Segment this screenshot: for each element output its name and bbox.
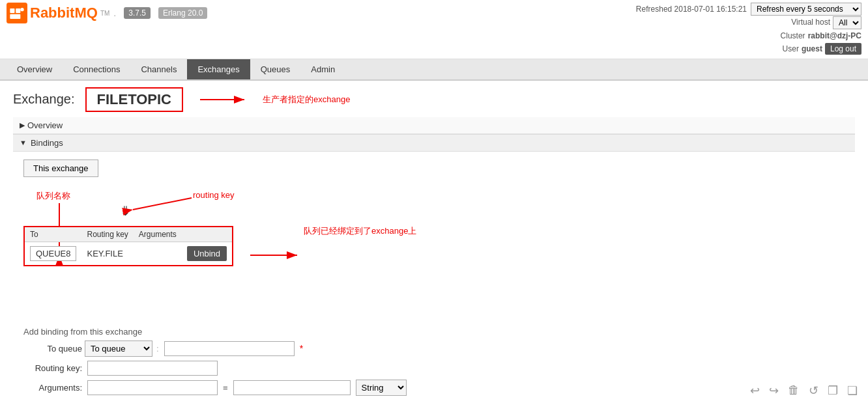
top-bar: RabbitMQTM . 3.7.5 Erlang 20.0 Refreshed… bbox=[0, 0, 868, 59]
to-queue-input[interactable] bbox=[164, 341, 295, 356]
icon-back: ↩ bbox=[750, 383, 760, 398]
add-binding-section: Add binding from this exchange To queue … bbox=[23, 327, 845, 396]
page-content: Exchange: FILETOPIC 生产者指定的exchange ▶ Ove… bbox=[0, 81, 868, 403]
to-queue-select[interactable]: To queue To exchange bbox=[85, 340, 152, 357]
bindings-section-body: This exchange 队列名称 ⇓ routing key bbox=[13, 152, 855, 403]
top-right-info: Refreshed 2018-07-01 16:15:21 Refresh ev… bbox=[636, 3, 861, 56]
overview-section-label: Overview bbox=[27, 120, 63, 130]
svg-point-4 bbox=[20, 8, 23, 11]
user-value: guest bbox=[802, 42, 822, 55]
user-label: User bbox=[783, 42, 799, 55]
to-queue-colon: : bbox=[156, 344, 159, 354]
arguments-row: Arguments: = String Boolean Number List bbox=[23, 380, 845, 396]
bound-annotation-arrow bbox=[23, 236, 480, 288]
version-badge: 3.7.5 bbox=[124, 7, 151, 19]
arguments-value-input[interactable] bbox=[233, 380, 351, 395]
routing-key-form-label: Routing key: bbox=[23, 363, 82, 373]
to-queue-label: To queue bbox=[23, 344, 82, 354]
nav-queues[interactable]: Queues bbox=[250, 59, 301, 79]
bindings-section-header[interactable]: ▼ Bindings bbox=[13, 134, 855, 152]
vhost-label: Virtual host bbox=[791, 16, 830, 29]
bindings-section-label: Bindings bbox=[31, 138, 63, 148]
bindings-collapse-arrow: ▼ bbox=[20, 139, 27, 146]
icon-delete: 🗑 bbox=[788, 383, 800, 398]
cluster-label: Cluster bbox=[781, 29, 805, 42]
add-binding-title: Add binding from this exchange bbox=[23, 327, 845, 337]
svg-rect-2 bbox=[16, 8, 20, 13]
arguments-type-select[interactable]: String Boolean Number List bbox=[356, 380, 407, 396]
this-exchange-button[interactable]: This exchange bbox=[23, 160, 98, 177]
arguments-form-label: Arguments: bbox=[23, 383, 82, 393]
nav-connections[interactable]: Connections bbox=[63, 59, 130, 79]
cluster-value: rabbit@dzj-PC bbox=[808, 29, 861, 42]
icon-copy2: ❏ bbox=[847, 383, 858, 398]
nav-exchanges[interactable]: Exchanges bbox=[187, 59, 250, 79]
equals-sign: = bbox=[223, 383, 228, 393]
logo-area: RabbitMQTM . 3.7.5 Erlang 20.0 bbox=[7, 3, 207, 23]
nav-admin[interactable]: Admin bbox=[300, 59, 345, 79]
icon-copy1: ❐ bbox=[828, 383, 838, 398]
refresh-select[interactable]: Refresh every 5 seconds Refresh every 10… bbox=[751, 3, 861, 16]
nav-bar: Overview Connections Channels Exchanges … bbox=[0, 59, 868, 81]
exchange-label: Exchange: bbox=[13, 92, 75, 107]
arguments-key-input[interactable] bbox=[87, 380, 218, 395]
erlang-badge: Erlang 20.0 bbox=[158, 7, 207, 19]
svg-rect-1 bbox=[10, 8, 14, 13]
bottom-icons: ↩ ↪ 🗑 ↺ ❐ ❏ bbox=[750, 383, 858, 398]
exchange-annotation-text: 生产者指定的exchange bbox=[263, 94, 350, 105]
logo-text: RabbitMQ bbox=[30, 5, 98, 21]
to-queue-row: To queue To queue To exchange : * bbox=[23, 340, 845, 357]
nav-overview[interactable]: Overview bbox=[7, 59, 63, 79]
logo-tm: TM bbox=[100, 10, 109, 17]
exchange-title-row: Exchange: FILETOPIC 生产者指定的exchange bbox=[13, 87, 855, 112]
refreshed-timestamp: Refreshed 2018-07-01 16:15:21 bbox=[636, 3, 747, 16]
svg-line-10 bbox=[133, 198, 192, 210]
overview-expand-arrow: ▶ bbox=[20, 121, 25, 130]
icon-forward: ↪ bbox=[769, 383, 779, 398]
logout-button[interactable]: Log out bbox=[825, 43, 861, 55]
overview-section-header[interactable]: ▶ Overview bbox=[13, 117, 855, 134]
rabbitmq-logo-icon bbox=[7, 3, 27, 23]
routing-key-input[interactable] bbox=[87, 361, 218, 376]
vhost-select[interactable]: All bbox=[833, 16, 861, 29]
svg-rect-3 bbox=[10, 14, 20, 19]
icon-refresh: ↺ bbox=[809, 383, 818, 398]
exchange-name-box: FILETOPIC bbox=[85, 87, 184, 112]
bound-annotation-text: 队列已经绑定到了exchange上 bbox=[304, 225, 416, 237]
exchange-annotation-arrow bbox=[200, 90, 252, 109]
routing-key-row: Routing key: bbox=[23, 361, 845, 376]
logo: RabbitMQTM . bbox=[7, 3, 116, 23]
nav-channels[interactable]: Channels bbox=[130, 59, 187, 79]
required-star: * bbox=[300, 343, 303, 354]
